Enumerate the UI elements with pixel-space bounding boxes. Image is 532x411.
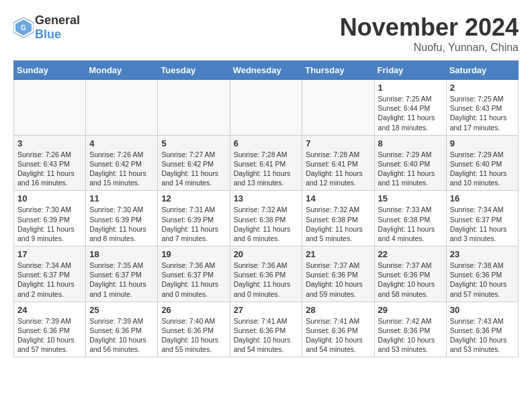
calendar-cell: 28Sunrise: 7:41 AM Sunset: 6:36 PM Dayli… xyxy=(302,302,374,357)
day-info: Sunrise: 7:42 AM Sunset: 6:36 PM Dayligh… xyxy=(378,316,443,355)
logo-blue: Blue xyxy=(35,28,61,41)
logo: G General Blue xyxy=(13,13,80,42)
page-header: G General Blue November 2024 Nuofu, Yunn… xyxy=(13,13,519,54)
day-info: Sunrise: 7:34 AM Sunset: 6:37 PM Dayligh… xyxy=(450,205,515,243)
calendar-cell: 10Sunrise: 7:30 AM Sunset: 6:39 PM Dayli… xyxy=(14,191,86,246)
calendar-cell xyxy=(158,80,230,136)
day-number: 30 xyxy=(450,305,515,315)
day-info: Sunrise: 7:41 AM Sunset: 6:36 PM Dayligh… xyxy=(234,316,299,355)
day-info: Sunrise: 7:40 AM Sunset: 6:36 PM Dayligh… xyxy=(161,316,226,355)
calendar-cell: 20Sunrise: 7:36 AM Sunset: 6:36 PM Dayli… xyxy=(230,246,302,302)
calendar-cell: 16Sunrise: 7:34 AM Sunset: 6:37 PM Dayli… xyxy=(446,191,518,246)
calendar-cell xyxy=(230,80,302,136)
day-info: Sunrise: 7:32 AM Sunset: 6:38 PM Dayligh… xyxy=(306,205,370,243)
calendar-cell: 5Sunrise: 7:27 AM Sunset: 6:42 PM Daylig… xyxy=(158,135,230,191)
calendar-cell: 13Sunrise: 7:32 AM Sunset: 6:38 PM Dayli… xyxy=(230,191,302,246)
calendar-header-friday: Friday xyxy=(374,61,446,80)
day-number: 19 xyxy=(161,249,226,259)
calendar-header-saturday: Saturday xyxy=(446,61,518,80)
day-info: Sunrise: 7:28 AM Sunset: 6:41 PM Dayligh… xyxy=(234,150,299,188)
calendar-cell: 19Sunrise: 7:36 AM Sunset: 6:37 PM Dayli… xyxy=(158,246,230,302)
calendar-cell: 2Sunrise: 7:25 AM Sunset: 6:43 PM Daylig… xyxy=(446,80,518,136)
day-info: Sunrise: 7:32 AM Sunset: 6:38 PM Dayligh… xyxy=(234,205,299,243)
calendar-header-wednesday: Wednesday xyxy=(230,61,302,80)
day-info: Sunrise: 7:36 AM Sunset: 6:37 PM Dayligh… xyxy=(161,261,226,299)
calendar-cell: 3Sunrise: 7:26 AM Sunset: 6:43 PM Daylig… xyxy=(14,135,86,191)
day-info: Sunrise: 7:33 AM Sunset: 6:38 PM Dayligh… xyxy=(378,205,443,243)
day-number: 6 xyxy=(234,138,299,148)
day-info: Sunrise: 7:37 AM Sunset: 6:36 PM Dayligh… xyxy=(306,261,370,299)
day-info: Sunrise: 7:30 AM Sunset: 6:39 PM Dayligh… xyxy=(89,205,154,243)
day-info: Sunrise: 7:37 AM Sunset: 6:36 PM Dayligh… xyxy=(378,261,443,299)
calendar-cell: 30Sunrise: 7:43 AM Sunset: 6:36 PM Dayli… xyxy=(446,302,518,357)
day-number: 12 xyxy=(161,193,226,203)
day-number: 7 xyxy=(306,138,370,148)
day-info: Sunrise: 7:29 AM Sunset: 6:40 PM Dayligh… xyxy=(450,150,515,188)
title-area: November 2024 Nuofu, Yunnan, China xyxy=(340,13,519,54)
calendar-cell: 14Sunrise: 7:32 AM Sunset: 6:38 PM Dayli… xyxy=(302,191,374,246)
calendar-cell: 1Sunrise: 7:25 AM Sunset: 6:44 PM Daylig… xyxy=(374,80,446,136)
calendar-table: SundayMondayTuesdayWednesdayThursdayFrid… xyxy=(13,60,519,357)
calendar-cell: 26Sunrise: 7:40 AM Sunset: 6:36 PM Dayli… xyxy=(158,302,230,357)
day-number: 16 xyxy=(450,193,515,203)
calendar-cell: 9Sunrise: 7:29 AM Sunset: 6:40 PM Daylig… xyxy=(446,135,518,191)
calendar-header-thursday: Thursday xyxy=(302,61,374,80)
day-number: 20 xyxy=(234,249,299,259)
calendar-cell: 23Sunrise: 7:38 AM Sunset: 6:36 PM Dayli… xyxy=(446,246,518,302)
calendar-cell: 15Sunrise: 7:33 AM Sunset: 6:38 PM Dayli… xyxy=(374,191,446,246)
calendar-cell: 24Sunrise: 7:39 AM Sunset: 6:36 PM Dayli… xyxy=(14,302,86,357)
day-number: 25 xyxy=(89,305,154,315)
logo-general: General xyxy=(35,13,80,27)
calendar-cell xyxy=(86,80,158,136)
day-info: Sunrise: 7:38 AM Sunset: 6:36 PM Dayligh… xyxy=(450,261,515,299)
day-number: 3 xyxy=(17,138,82,148)
day-number: 9 xyxy=(450,138,515,148)
day-info: Sunrise: 7:35 AM Sunset: 6:37 PM Dayligh… xyxy=(89,261,154,299)
calendar-cell: 22Sunrise: 7:37 AM Sunset: 6:36 PM Dayli… xyxy=(374,246,446,302)
day-info: Sunrise: 7:27 AM Sunset: 6:42 PM Dayligh… xyxy=(161,150,226,188)
calendar-cell: 11Sunrise: 7:30 AM Sunset: 6:39 PM Dayli… xyxy=(86,191,158,246)
day-number: 29 xyxy=(378,305,443,315)
day-number: 28 xyxy=(306,305,370,315)
calendar-cell: 7Sunrise: 7:28 AM Sunset: 6:41 PM Daylig… xyxy=(302,135,374,191)
logo-icon: G xyxy=(13,17,34,38)
calendar-cell xyxy=(302,80,374,136)
day-number: 23 xyxy=(450,249,515,259)
day-number: 13 xyxy=(234,193,299,203)
day-number: 10 xyxy=(17,193,82,203)
calendar-cell: 29Sunrise: 7:42 AM Sunset: 6:36 PM Dayli… xyxy=(374,302,446,357)
calendar-header-row: SundayMondayTuesdayWednesdayThursdayFrid… xyxy=(14,61,519,80)
day-info: Sunrise: 7:28 AM Sunset: 6:41 PM Dayligh… xyxy=(306,150,370,188)
day-number: 27 xyxy=(234,305,299,315)
day-info: Sunrise: 7:39 AM Sunset: 6:36 PM Dayligh… xyxy=(89,316,154,355)
day-number: 5 xyxy=(161,138,226,148)
calendar-cell xyxy=(14,80,86,136)
calendar-cell: 27Sunrise: 7:41 AM Sunset: 6:36 PM Dayli… xyxy=(230,302,302,357)
calendar-header-monday: Monday xyxy=(86,61,158,80)
day-number: 21 xyxy=(306,249,370,259)
day-info: Sunrise: 7:39 AM Sunset: 6:36 PM Dayligh… xyxy=(17,316,82,355)
day-number: 18 xyxy=(89,249,154,259)
day-number: 22 xyxy=(378,249,443,259)
day-info: Sunrise: 7:25 AM Sunset: 6:43 PM Dayligh… xyxy=(450,94,515,132)
day-number: 8 xyxy=(378,138,443,148)
calendar-week-row: 24Sunrise: 7:39 AM Sunset: 6:36 PM Dayli… xyxy=(14,302,519,357)
calendar-week-row: 1Sunrise: 7:25 AM Sunset: 6:44 PM Daylig… xyxy=(14,80,519,136)
calendar-cell: 17Sunrise: 7:34 AM Sunset: 6:37 PM Dayli… xyxy=(14,246,86,302)
day-number: 26 xyxy=(161,305,226,315)
day-number: 11 xyxy=(89,193,154,203)
day-info: Sunrise: 7:26 AM Sunset: 6:42 PM Dayligh… xyxy=(89,150,154,188)
calendar-cell: 25Sunrise: 7:39 AM Sunset: 6:36 PM Dayli… xyxy=(86,302,158,357)
calendar-cell: 12Sunrise: 7:31 AM Sunset: 6:39 PM Dayli… xyxy=(158,191,230,246)
day-info: Sunrise: 7:30 AM Sunset: 6:39 PM Dayligh… xyxy=(17,205,82,243)
month-title: November 2024 xyxy=(340,13,519,42)
day-number: 4 xyxy=(89,138,154,148)
day-number: 2 xyxy=(450,83,515,93)
day-info: Sunrise: 7:26 AM Sunset: 6:43 PM Dayligh… xyxy=(17,150,82,188)
calendar-cell: 18Sunrise: 7:35 AM Sunset: 6:37 PM Dayli… xyxy=(86,246,158,302)
calendar-week-row: 3Sunrise: 7:26 AM Sunset: 6:43 PM Daylig… xyxy=(14,135,519,191)
day-number: 14 xyxy=(306,193,370,203)
day-info: Sunrise: 7:36 AM Sunset: 6:36 PM Dayligh… xyxy=(234,261,299,299)
calendar-week-row: 10Sunrise: 7:30 AM Sunset: 6:39 PM Dayli… xyxy=(14,191,519,246)
day-number: 1 xyxy=(378,83,443,93)
